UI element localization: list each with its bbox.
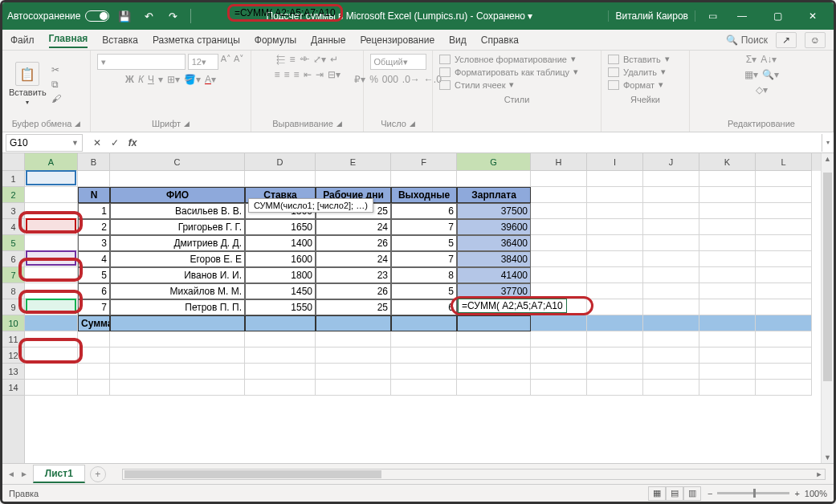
- cell[interactable]: [756, 283, 812, 299]
- expand-formula-bar-icon[interactable]: ▾: [822, 134, 833, 152]
- col-header-B[interactable]: B: [78, 153, 110, 171]
- cell[interactable]: [245, 348, 316, 364]
- formula-input[interactable]: [144, 134, 834, 152]
- cell[interactable]: [457, 171, 531, 187]
- cell[interactable]: [756, 171, 812, 187]
- cell[interactable]: [25, 219, 78, 235]
- fill-color-icon[interactable]: 🪣▾: [184, 74, 201, 85]
- cell[interactable]: [699, 299, 756, 315]
- cell[interactable]: [110, 331, 245, 348]
- cell-styles-button[interactable]: Стили ячеек ▾: [439, 79, 594, 90]
- cell[interactable]: 1800: [245, 267, 316, 283]
- cell[interactable]: [699, 267, 756, 283]
- hscroll-thumb[interactable]: [124, 470, 381, 478]
- cell[interactable]: [643, 364, 699, 380]
- cell[interactable]: [587, 187, 643, 203]
- share-button[interactable]: ↗: [776, 32, 797, 48]
- cell[interactable]: [531, 235, 587, 251]
- cell[interactable]: [587, 299, 643, 315]
- cell[interactable]: [756, 251, 812, 267]
- find-select-icon[interactable]: 🔍▾: [762, 69, 779, 80]
- cell[interactable]: [25, 251, 78, 267]
- cell[interactable]: [457, 348, 531, 364]
- cell[interactable]: [316, 380, 391, 396]
- cell[interactable]: 2: [78, 219, 110, 235]
- cell[interactable]: [245, 364, 316, 380]
- cell[interactable]: 8: [391, 267, 457, 283]
- sort-filter-icon[interactable]: A↓▾: [761, 54, 777, 65]
- cell[interactable]: 1: [78, 203, 110, 219]
- cell[interactable]: [756, 203, 812, 219]
- col-header-I[interactable]: I: [587, 153, 643, 171]
- format-as-table-button[interactable]: Форматировать как таблицу ▾: [439, 67, 594, 77]
- scroll-up-icon[interactable]: ▲: [822, 155, 834, 163]
- cell[interactable]: [756, 380, 812, 396]
- row-header-1[interactable]: 1: [2, 171, 24, 187]
- cell[interactable]: Сумма: [78, 315, 110, 331]
- cell[interactable]: [643, 315, 699, 331]
- row-header-10[interactable]: 10: [2, 315, 24, 331]
- underline-button[interactable]: Ч: [148, 74, 154, 85]
- view-normal-icon[interactable]: ▦: [648, 486, 666, 501]
- cell[interactable]: [25, 235, 78, 251]
- zoom-value[interactable]: 100%: [805, 489, 827, 498]
- cell[interactable]: 5: [78, 267, 110, 283]
- cell[interactable]: [699, 348, 756, 364]
- wrap-text-icon[interactable]: ↵: [330, 54, 338, 65]
- col-header-C[interactable]: C: [110, 153, 245, 171]
- cell[interactable]: Васильев В. В.: [110, 203, 245, 219]
- col-header-E[interactable]: E: [316, 153, 391, 171]
- currency-icon[interactable]: ₽▾: [354, 74, 365, 85]
- cell[interactable]: [531, 171, 587, 187]
- cell[interactable]: [531, 315, 587, 331]
- cell[interactable]: [643, 187, 699, 203]
- zoom-in-icon[interactable]: +: [794, 489, 799, 498]
- cell[interactable]: [110, 348, 245, 364]
- merge-icon[interactable]: ⊟▾: [328, 69, 341, 80]
- cell[interactable]: [78, 348, 110, 364]
- cell[interactable]: 41400: [457, 267, 531, 283]
- close-button[interactable]: ✕: [797, 5, 829, 27]
- tab-insert[interactable]: Вставка: [102, 35, 138, 46]
- cell[interactable]: [643, 171, 699, 187]
- cell[interactable]: [643, 251, 699, 267]
- col-header-K[interactable]: K: [699, 153, 756, 171]
- minimize-button[interactable]: —: [726, 5, 758, 27]
- cell[interactable]: [531, 364, 587, 380]
- cell[interactable]: [756, 331, 812, 348]
- cell[interactable]: 38400: [457, 251, 531, 267]
- cell[interactable]: [699, 315, 756, 331]
- accept-formula-icon[interactable]: ✓: [107, 135, 123, 151]
- cell[interactable]: [25, 171, 78, 187]
- insert-cells-button[interactable]: Вставить ▾: [608, 54, 683, 64]
- cell[interactable]: N: [78, 187, 110, 203]
- align-left-icon[interactable]: ≡: [274, 69, 279, 80]
- cell[interactable]: Михайлов М. М.: [110, 283, 245, 299]
- autosum-icon[interactable]: Σ▾: [746, 54, 756, 65]
- ribbon-options-icon[interactable]: ▭: [702, 7, 723, 25]
- cell[interactable]: [531, 348, 587, 364]
- row-header-12[interactable]: 12: [2, 348, 24, 364]
- sheet-tab-active[interactable]: Лист1: [33, 465, 85, 483]
- cell[interactable]: [587, 364, 643, 380]
- align-middle-icon[interactable]: ≡: [289, 54, 295, 65]
- cell[interactable]: [699, 219, 756, 235]
- cell[interactable]: 6: [391, 203, 457, 219]
- cell[interactable]: [643, 235, 699, 251]
- sheet-nav-next-icon[interactable]: ►: [20, 469, 28, 478]
- cell[interactable]: 24: [316, 219, 391, 235]
- sheet-nav-prev-icon[interactable]: ◄: [7, 469, 15, 478]
- tab-data[interactable]: Данные: [311, 35, 345, 46]
- orientation-icon[interactable]: ⤢▾: [313, 54, 326, 65]
- cell[interactable]: [25, 299, 78, 315]
- cell[interactable]: [531, 203, 587, 219]
- cell[interactable]: Дмитриев Д. Д.: [110, 235, 245, 251]
- number-format-combo[interactable]: Общий ▾: [370, 54, 426, 70]
- cell[interactable]: [643, 348, 699, 364]
- cell[interactable]: [457, 364, 531, 380]
- indent-dec-icon[interactable]: ⇤: [304, 69, 312, 80]
- cell[interactable]: [531, 267, 587, 283]
- cell[interactable]: 1600: [245, 251, 316, 267]
- cell[interactable]: [25, 380, 78, 396]
- cell[interactable]: [245, 380, 316, 396]
